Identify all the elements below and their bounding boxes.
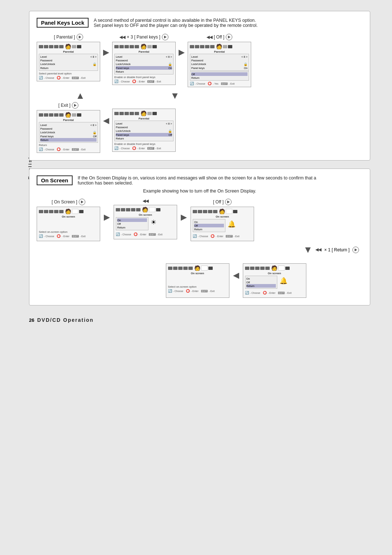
screen-co-label: On screen [116,213,175,216]
screen-rs-menu: On Off Return [245,276,278,289]
s2-password: Password [116,58,172,62]
bm-icon6 [201,266,208,271]
step-parental: [ Parental ] 🧑 Parental [37,34,100,81]
off-selected-label: [ Off ] [213,199,232,205]
section2-description: If the On Screen Display is on, various … [78,175,324,186]
ofx-icon3 [203,210,207,213]
os-icon2 [44,210,48,213]
section1-description: A second method of parental control is a… [94,18,258,28]
person-icon: 🧑 [65,44,71,49]
s3-icon2 [195,45,199,48]
return-selected-label [274,257,275,262]
rs-return: Return [246,284,276,288]
ex-icon7 [77,113,81,117]
screen2-hint: Enable or disable front panel keys [114,76,173,79]
os-icon6 [72,209,78,214]
screen1-hint: Select parental level option [39,72,98,75]
os-icon5 [59,210,64,213]
s3-password: Password [191,58,248,62]
ex-nav: 🔄 - Choose ⭕ - Enter EXIT - Exit [39,147,98,151]
ofx-on: On [194,220,224,224]
screen-return-selected: 🧑 On screen On Off Return 🔔 [243,263,306,298]
rewind-icon2: ◀◀ [207,35,212,40]
rs-icon4 [260,267,265,270]
bm-person: 🧑 [194,265,200,271]
ex-panelkeys: Panel keysOff [40,134,97,138]
panel-keys-lock-section: Panel Keys Lock A second method of paren… [29,11,370,161]
ex-icon1 [39,113,43,117]
s2-return: Return [116,70,172,73]
s3-lockunlock: Lock/Unlock🔒 [191,62,248,66]
ex-icon6 [72,113,76,117]
screen3: 🧑 Parental Level< 8 > Password Lock/Unlo… [188,42,251,87]
opt-return: Return [191,76,248,80]
menu-row-return: Return [40,66,97,70]
screen-panelkeys-off: 🧑 Parental Level< 8 > Password Lock/Unlo… [112,109,176,152]
screen1-menu: Level< 8 > Password Lock/Unlock🔒 Return [39,54,98,71]
play-icon2 [162,34,168,40]
s2-icon3 [124,45,129,48]
screen-onscreen: 🧑 On screen Select on-screen option 🔄 - … [37,207,100,241]
flow-down-left: ▲ [40,90,109,101]
screen-exit-menu: Level< 8 > Password Lock/Unlock🔒 Panel k… [39,122,98,143]
play-icon-off [225,199,232,205]
s3-icon5 [210,45,215,48]
icon5 [59,45,64,48]
screen3-label: Parental [190,50,249,53]
bm-icon2 [173,267,177,270]
panelkeys-off-label [143,102,144,107]
pk-person: 🧑 [140,110,147,116]
screen3-nav: 🔄 - Choose ⭕ - Yes EXIT - Exit [190,82,249,85]
rewind-icon1: ◀◀ [119,35,125,40]
arrow-right-os1: ▶ [104,212,110,222]
ofx-person: 🧑 [219,208,225,214]
screen-exit: 🧑 Parental Level< 8 > Password Lock/Unlo… [37,110,100,153]
arrow-right-os2: ▶ [181,212,187,222]
big-down-arrow: ▼ [170,90,180,101]
screen-choose-on: 🧑 On screen On Off Return ☀ [114,205,177,239]
icon4 [54,45,58,48]
arrow-left-os: ◀ [233,271,239,280]
rewind-icon-os2: ◀◀ [315,247,321,252]
play-icon [77,34,83,40]
os-icon4 [54,210,58,213]
ex-icon3 [49,113,53,117]
screen1-nav: 🔄 - Choose ⭕ - Enter EXIT - Exit [39,76,98,80]
ex-person: 🧑 [65,112,71,118]
s3-icon6 [223,45,227,48]
ex-icon4 [54,113,58,117]
footer-title: DVD/CD Operation [37,317,94,323]
pk-icon1 [114,112,119,115]
step-off: ◀◀ [ Off ] 🧑 Parental [188,34,251,87]
s2-icon5 [135,45,139,48]
ex-level: Level< 8 > [40,123,97,127]
off-options-menu: Off Return [190,71,249,81]
co-icon5 [136,208,140,211]
section2-title: On Screen [37,175,73,185]
menu-row-lockunlock: Lock/Unlock🔒 [40,62,97,66]
onscreen-label: [ On Screen ] [52,199,85,205]
section1-header: Panel Keys Lock A second method of paren… [37,18,363,28]
screen2-menu: Level< 8 > Password Lock/Unlock🔒 Panel k… [114,54,173,74]
screen1: 🧑 Parental Level< 8 > Password Lock/Unlo… [37,42,100,81]
section2-example: Example showing how to turn off the On S… [37,189,363,194]
screen2-label: Parental [114,50,173,53]
s3-level: Level< 8 > [191,55,248,58]
big-up-arrow: ▲ [75,90,85,101]
ex-hint: Return [39,143,98,147]
bottom-middle-label [197,257,198,262]
ofx-bell-icon: 🔔 [228,220,236,232]
s2-icon1 [114,45,119,48]
screen-bm-label: On screen [168,272,227,275]
rs-icon3 [255,267,260,270]
pk-icon6 [147,112,152,115]
pk-level: Level< 8 > [116,122,172,125]
s2-level: Level< 8 > [116,55,172,58]
ofx-icon6 [226,209,232,214]
s3-panelkeys: Panel keysOn [191,66,248,70]
ofx-return: Return [194,227,224,231]
rs-nav: 🔄 - Choose ⭕ - Enter EXIT - Exit [245,291,304,295]
pk-hint: Enable or disable front panel keys [114,142,173,146]
ex-icon5 [59,113,64,117]
rewind-icon-os1: ◀◀ [143,199,148,203]
